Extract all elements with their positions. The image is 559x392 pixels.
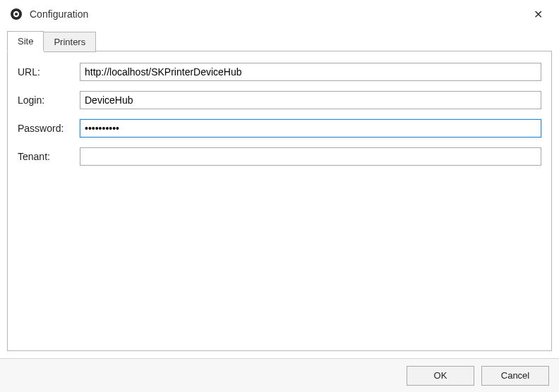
svg-point-2 [15, 13, 18, 16]
close-icon: ✕ [534, 8, 543, 21]
form-row-login: Login: [18, 91, 541, 109]
app-icon [10, 8, 23, 20]
password-label: Password: [18, 123, 80, 134]
tab-label: Site [18, 36, 33, 47]
password-input[interactable] [80, 119, 541, 137]
ok-button[interactable]: OK [407, 366, 474, 386]
tenant-label: Tenant: [18, 151, 80, 162]
form-row-tenant: Tenant: [18, 147, 541, 166]
window-title: Configuration [30, 8, 524, 20]
tab-strip: Site Printers [7, 31, 552, 51]
login-label: Login: [18, 94, 80, 106]
content-area: Site Printers URL: Login: Password: Tena… [0, 28, 559, 358]
login-input[interactable] [80, 91, 541, 109]
cancel-button[interactable]: Cancel [481, 366, 549, 386]
form-row-url: URL: [18, 63, 541, 81]
dialog-footer: OK Cancel [0, 358, 559, 392]
tab-site[interactable]: Site [7, 31, 44, 51]
titlebar: Configuration ✕ [0, 0, 559, 28]
tab-printers[interactable]: Printers [44, 32, 96, 52]
tab-panel-site: URL: Login: Password: Tenant: [7, 51, 552, 351]
url-input[interactable] [80, 63, 541, 81]
url-label: URL: [18, 66, 80, 78]
configuration-window: Configuration ✕ Site Printers URL: Login… [0, 0, 559, 392]
tenant-input[interactable] [80, 147, 541, 166]
close-button[interactable]: ✕ [524, 4, 552, 25]
tab-label: Printers [54, 37, 85, 47]
form-row-password: Password: [18, 119, 541, 137]
